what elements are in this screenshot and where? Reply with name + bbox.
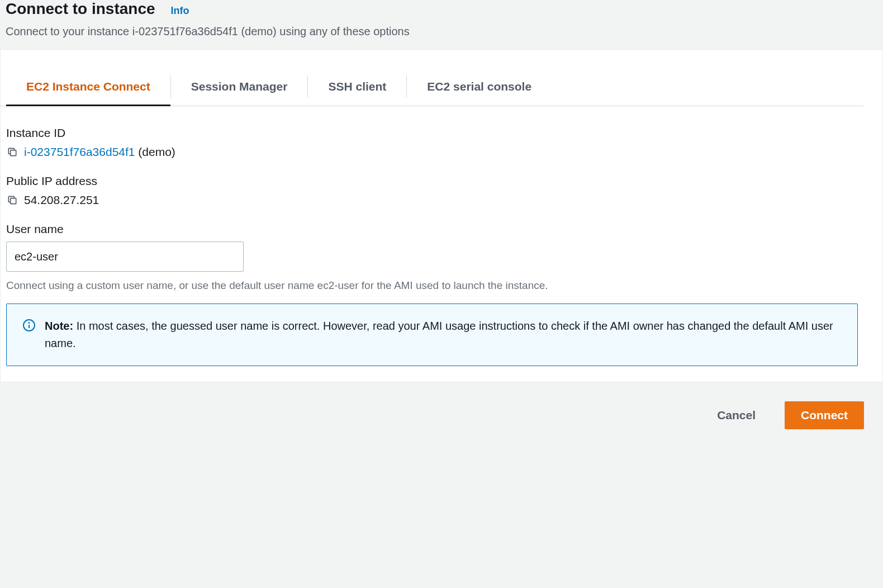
info-notice: Note: In most cases, the guessed user na…: [6, 304, 858, 366]
connect-button[interactable]: Connect: [785, 401, 864, 429]
field-label-user-name: User name: [6, 222, 877, 236]
tab-ec2-serial-console[interactable]: EC2 serial console: [407, 72, 552, 106]
svg-rect-0: [11, 150, 16, 156]
field-public-ip: Public IP address 54.208.27.251: [6, 174, 877, 207]
user-name-input[interactable]: [6, 241, 244, 272]
notice-text: Note: In most cases, the guessed user na…: [45, 317, 842, 352]
field-instance-id: Instance ID i-023751f76a36d54f1 (demo): [6, 126, 877, 159]
tab-ec2-instance-connect[interactable]: EC2 Instance Connect: [6, 72, 170, 106]
page-header: Connect to instance Info Connect to your…: [0, 0, 883, 50]
page-subtitle: Connect to your instance i-023751f76a36d…: [6, 23, 877, 39]
tab-session-manager[interactable]: Session Manager: [171, 72, 308, 106]
instance-id-suffix: (demo): [135, 145, 175, 158]
main-panel: EC2 Instance Connect Session Manager SSH…: [0, 50, 883, 382]
public-ip-value: 54.208.27.251: [24, 193, 99, 207]
svg-point-4: [29, 323, 30, 323]
field-label-instance-id: Instance ID: [6, 126, 877, 140]
footer: Cancel Connect: [0, 382, 883, 448]
field-label-public-ip: Public IP address: [6, 174, 877, 188]
tab-content: Instance ID i-023751f76a36d54f1 (demo) P…: [1, 106, 882, 366]
cancel-button[interactable]: Cancel: [701, 402, 771, 429]
info-icon: [22, 319, 36, 332]
user-name-help: Connect using a custom user name, or use…: [6, 278, 877, 293]
field-user-name: User name Connect using a custom user na…: [6, 222, 877, 293]
info-link[interactable]: Info: [171, 5, 189, 17]
tabs: EC2 Instance Connect Session Manager SSH…: [1, 50, 863, 106]
copy-icon[interactable]: [6, 146, 18, 158]
instance-id-link[interactable]: i-023751f76a36d54f1: [24, 145, 135, 158]
svg-rect-1: [11, 198, 16, 204]
notice-label: Note:: [45, 320, 77, 332]
notice-body: In most cases, the guessed user name is …: [45, 320, 833, 349]
page-title: Connect to instance: [6, 0, 155, 18]
tab-ssh-client[interactable]: SSH client: [308, 72, 406, 106]
copy-icon[interactable]: [6, 194, 18, 206]
